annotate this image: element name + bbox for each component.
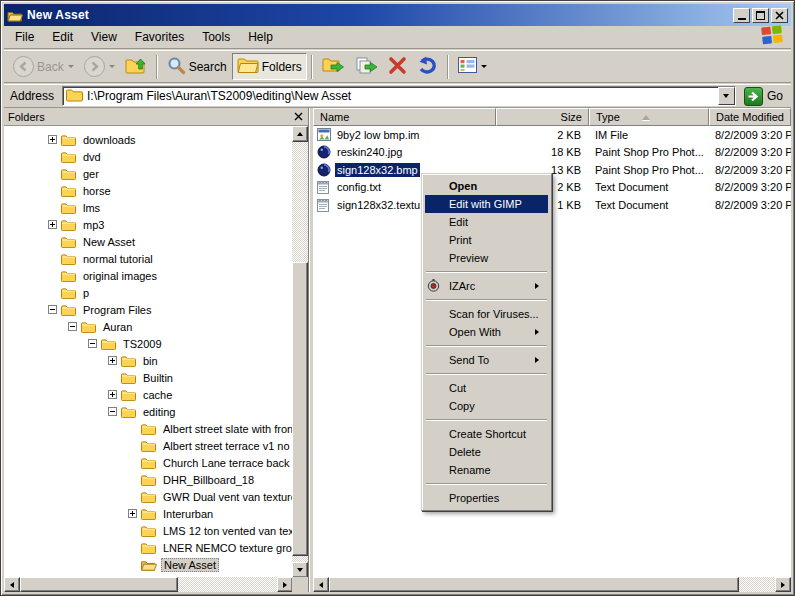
context-menu-item-open[interactable]: Open: [425, 177, 548, 195]
move-to-button[interactable]: [317, 53, 350, 81]
tree-item[interactable]: p: [4, 284, 293, 301]
tree-item[interactable]: editing: [4, 403, 293, 420]
undo-button[interactable]: [412, 53, 443, 81]
tree-item[interactable]: bin: [4, 352, 293, 369]
tree-item[interactable]: lms: [4, 199, 293, 216]
tree-item[interactable]: mp3: [4, 216, 293, 233]
file-row[interactable]: config.txt2 KBText Document8/2/2009 3:20…: [313, 179, 791, 197]
tree-item[interactable]: Albert street slate with fron: [4, 420, 293, 437]
scroll-left-icon[interactable]: [4, 577, 20, 592]
context-menu-item-print[interactable]: Print: [425, 231, 548, 249]
tree-hscroll-thumb[interactable]: [20, 577, 178, 592]
copy-to-button[interactable]: [350, 53, 383, 81]
context-menu-item-edit-with-gimp[interactable]: Edit with GIMP: [425, 195, 548, 213]
context-menu-item-properties[interactable]: Properties: [425, 489, 548, 507]
maximize-button[interactable]: [752, 8, 769, 23]
views-button[interactable]: [453, 54, 492, 79]
tree-item[interactable]: Builtin: [4, 369, 293, 386]
scroll-left-icon[interactable]: [313, 577, 329, 592]
collapse-minus-icon[interactable]: [48, 305, 57, 314]
context-menu-item-delete[interactable]: Delete: [425, 443, 548, 461]
menu-edit[interactable]: Edit: [43, 27, 82, 47]
expand-plus-icon[interactable]: [128, 509, 137, 518]
tree-item[interactable]: normal tutorial: [4, 250, 293, 267]
menu-view[interactable]: View: [82, 27, 126, 47]
menu-help[interactable]: Help: [239, 27, 282, 47]
context-menu-item-copy[interactable]: Copy: [425, 397, 548, 415]
folders-button[interactable]: Folders: [232, 53, 307, 80]
forward-dropdown-icon[interactable]: [109, 65, 115, 71]
context-menu-item-preview[interactable]: Preview: [425, 249, 548, 267]
tree-vscroll-thumb[interactable]: [292, 262, 308, 556]
context-menu-item-send-to[interactable]: Send To: [425, 351, 548, 369]
tree-item[interactable]: Church Lane terrace back g: [4, 454, 293, 471]
folders-close-icon[interactable]: [294, 112, 304, 121]
tree-vertical-scrollbar[interactable]: [292, 126, 308, 578]
scroll-right-icon[interactable]: [277, 577, 293, 592]
tree-item[interactable]: LMS 12 ton vented van text: [4, 522, 293, 539]
tree-item[interactable]: original images: [4, 267, 293, 284]
delete-button[interactable]: [383, 53, 412, 81]
back-dropdown-icon[interactable]: [68, 65, 74, 71]
context-menu-item-create-shortcut[interactable]: Create Shortcut: [425, 425, 548, 443]
scroll-down-icon[interactable]: [292, 562, 308, 578]
context-menu-item-edit[interactable]: Edit: [425, 213, 548, 231]
tree-item[interactable]: Interurban: [4, 505, 293, 522]
tree-item[interactable]: Program Files: [4, 301, 293, 318]
expand-plus-icon[interactable]: [48, 135, 57, 144]
expand-plus-icon[interactable]: [108, 356, 117, 365]
up-button[interactable]: [120, 52, 152, 81]
title-bar[interactable]: New Asset: [4, 4, 791, 26]
address-dropdown-button[interactable]: [718, 87, 735, 105]
context-menu-item-cut[interactable]: Cut: [425, 379, 548, 397]
minimize-button[interactable]: [733, 8, 750, 23]
file-row[interactable]: 9by2 low bmp.im2 KBIM File8/2/2009 3:20 …: [313, 126, 791, 144]
tree-item[interactable]: DHR_Billboard_18: [4, 471, 293, 488]
tree-item[interactable]: horse: [4, 182, 293, 199]
close-button[interactable]: [771, 8, 788, 23]
list-horizontal-scrollbar[interactable]: [313, 577, 791, 592]
context-menu-item-scan-for-viruses[interactable]: Scan for Viruses...: [425, 305, 548, 323]
address-combo[interactable]: I:\Program Files\Auran\TS2009\editing\Ne…: [62, 86, 736, 106]
collapse-minus-icon[interactable]: [68, 322, 77, 331]
menu-file[interactable]: File: [6, 27, 43, 47]
scroll-up-icon[interactable]: [292, 126, 308, 142]
back-button[interactable]: Back: [8, 53, 79, 80]
tree-item[interactable]: New Asset: [4, 556, 293, 573]
collapse-minus-icon[interactable]: [88, 339, 97, 348]
tree-item[interactable]: New Asset: [4, 233, 293, 250]
collapse-minus-icon[interactable]: [108, 407, 117, 416]
menu-favorites[interactable]: Favorites: [126, 27, 193, 47]
go-button[interactable]: [744, 87, 763, 106]
tree-item[interactable]: dvd: [4, 148, 293, 165]
scroll-right-icon[interactable]: [775, 577, 791, 592]
tree-item[interactable]: GWR Dual vent van texture: [4, 488, 293, 505]
views-dropdown-icon[interactable]: [481, 65, 487, 71]
tree-item[interactable]: LNER NEMCO texture group: [4, 539, 293, 556]
context-menu-item-open-with[interactable]: Open With: [425, 323, 548, 341]
column-header-size[interactable]: Size: [496, 108, 589, 126]
tree-horizontal-scrollbar[interactable]: [4, 577, 293, 592]
context-menu-item-label: Edit: [449, 216, 468, 228]
tree-item[interactable]: Albert street terrace v1 no: [4, 437, 293, 454]
expand-plus-icon[interactable]: [108, 390, 117, 399]
column-header-date-modified[interactable]: Date Modified: [709, 108, 791, 126]
tree-item[interactable]: downloads: [4, 131, 293, 148]
column-header-type[interactable]: Type: [589, 108, 709, 126]
forward-button[interactable]: [79, 53, 120, 80]
context-menu-item-rename[interactable]: Rename: [425, 461, 548, 479]
file-row[interactable]: sign128x32.textu1 KBText Document8/2/200…: [313, 196, 791, 214]
file-row[interactable]: reskin240.jpg18 KBPaint Shop Pro Phot...…: [313, 144, 791, 162]
tree-item[interactable]: ger: [4, 165, 293, 182]
column-header-name[interactable]: Name: [313, 108, 496, 126]
tree-item[interactable]: cache: [4, 386, 293, 403]
menu-tools[interactable]: Tools: [193, 27, 239, 47]
list-hscroll-thumb[interactable]: [329, 577, 739, 592]
address-input[interactable]: I:\Program Files\Auran\TS2009\editing\Ne…: [87, 89, 718, 103]
file-row[interactable]: sign128x32.bmp13 KBPaint Shop Pro Phot..…: [313, 161, 791, 179]
context-menu-item-izarc[interactable]: IZArc: [425, 277, 548, 295]
search-button[interactable]: Search: [162, 53, 232, 81]
expand-plus-icon[interactable]: [48, 220, 57, 229]
tree-item[interactable]: TS2009: [4, 335, 293, 352]
tree-item[interactable]: Auran: [4, 318, 293, 335]
